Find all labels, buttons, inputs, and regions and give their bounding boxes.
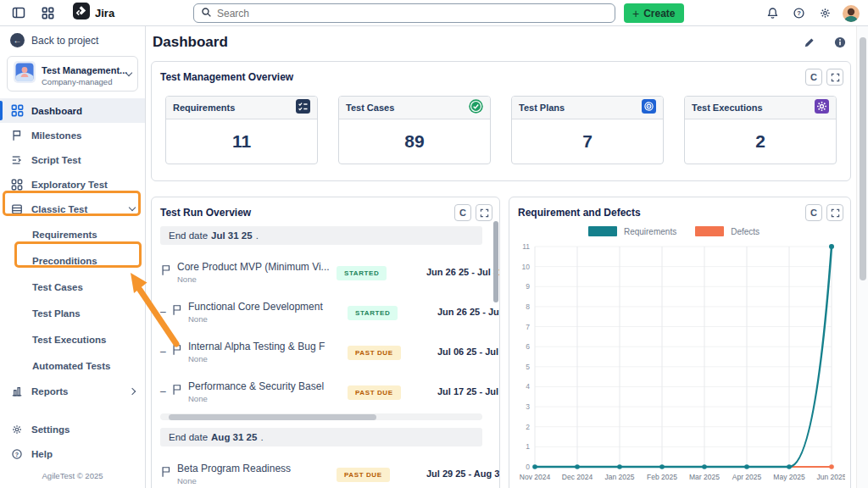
run-name: Beta Program Readiness	[177, 463, 337, 474]
sidebar-item-test-executions[interactable]: Test Executions	[0, 326, 145, 352]
user-avatar[interactable]	[841, 3, 861, 24]
back-to-project-link[interactable]: ← Back to project	[0, 26, 145, 53]
stat-card-test-plans[interactable]: Test Plans 7	[511, 96, 664, 164]
search-icon	[201, 6, 212, 21]
svg-text:6: 6	[526, 342, 530, 351]
sidebar-item-script-test[interactable]: Script Test	[0, 147, 145, 172]
group-header: End date Aug 31 25.	[160, 428, 482, 446]
stat-value: 89	[404, 131, 424, 152]
sidebar-item-dashboard[interactable]: Dashboard	[0, 98, 145, 123]
sidebar-nav: Dashboard Milestones Script Test	[0, 98, 145, 480]
dashboard-grid-icon	[10, 104, 24, 118]
list-vertical-scrollbar[interactable]	[493, 221, 498, 302]
collapse-dash-icon[interactable]: –	[160, 346, 171, 358]
svg-text:5: 5	[526, 363, 530, 371]
list-horizontal-scrollbar[interactable]	[160, 413, 482, 420]
test-run-row[interactable]: Core Product MVP (Minimum Vi... None STA…	[160, 252, 491, 291]
info-icon[interactable]	[834, 36, 846, 52]
test-run-row[interactable]: – Performance & Security Basel None PAST…	[160, 372, 491, 411]
run-name: Internal Alpha Testing & Bug F	[188, 341, 348, 352]
flag-icon	[10, 129, 24, 142]
expand-icon[interactable]	[476, 204, 492, 221]
edit-pencil-icon[interactable]	[804, 36, 815, 52]
test-run-row[interactable]: Beta Program Readiness None PAST DUE Jul…	[160, 454, 491, 488]
legend-swatch-defects	[695, 226, 724, 236]
svg-text:10: 10	[522, 263, 531, 271]
app-switcher-icon[interactable]	[37, 3, 58, 23]
test-management-overview-panel: Test Management Overview C Requirements …	[151, 61, 851, 181]
svg-text:Nov 2024: Nov 2024	[520, 473, 551, 481]
run-name: Core Product MVP (Minimum Vi...	[177, 261, 337, 273]
collapse-dash-icon[interactable]: –	[160, 306, 171, 318]
project-selector[interactable]: Test Management... Company-managed	[7, 56, 138, 92]
project-avatar	[14, 61, 36, 86]
run-meta: None	[188, 314, 348, 324]
app-window: Jira + Create ?	[0, 0, 868, 488]
search-bar[interactable]	[193, 3, 615, 23]
refresh-icon[interactable]: C	[805, 69, 822, 86]
run-name: Functional Core Development	[188, 301, 348, 313]
sidebar-item-requirements[interactable]: Requirements	[0, 221, 145, 247]
chevron-right-icon	[129, 387, 136, 394]
flag-icon	[171, 344, 188, 359]
svg-text:Mar 2025: Mar 2025	[689, 473, 720, 481]
test-run-row[interactable]: – Internal Alpha Testing & Bug F None PA…	[160, 332, 491, 371]
sidebar-item-automated-tests[interactable]: Automated Tests	[0, 352, 145, 379]
sidebar-item-reports[interactable]: Reports	[0, 379, 145, 403]
settings-gear-icon[interactable]	[815, 3, 835, 24]
run-dates: Jul 06 25 - Jul 16 2	[437, 347, 500, 357]
svg-text:Jun 2025: Jun 2025	[817, 473, 845, 481]
status-badge: STARTED	[337, 266, 387, 280]
sidebar-toggle-icon[interactable]	[8, 3, 29, 23]
expand-icon[interactable]	[826, 69, 843, 86]
status-badge: PAST DUE	[337, 468, 390, 482]
svg-text:9: 9	[526, 282, 530, 291]
chevron-down-icon	[129, 204, 136, 211]
stat-card-test-executions[interactable]: Test Executions 2	[684, 96, 837, 164]
refresh-icon[interactable]: C	[454, 204, 471, 221]
svg-text:0: 0	[526, 463, 530, 471]
search-input[interactable]	[217, 8, 608, 19]
run-meta: None	[177, 476, 337, 485]
help-circle-icon: ?	[10, 447, 24, 461]
notifications-bell-icon[interactable]	[762, 3, 782, 24]
database-icon	[10, 202, 24, 216]
gear-icon	[10, 423, 24, 436]
main-content: Dashboard Test Management Overview C	[146, 26, 868, 488]
run-dates: Jul 29 25 - Aug 31	[426, 469, 500, 479]
expand-icon[interactable]	[826, 204, 843, 221]
svg-text:?: ?	[15, 451, 19, 457]
svg-text:7: 7	[526, 323, 530, 331]
sidebar-item-test-plans[interactable]: Test Plans	[0, 300, 145, 326]
run-name: Performance & Security Basel	[188, 380, 348, 392]
refresh-icon[interactable]: C	[805, 204, 822, 221]
check-circle-icon	[469, 99, 483, 117]
sidebar-item-preconditions[interactable]: Preconditions	[0, 247, 145, 274]
page-scrollbar[interactable]	[856, 26, 868, 488]
target-icon	[642, 99, 656, 117]
test-run-row[interactable]: – Functional Core Development None START…	[160, 292, 491, 331]
svg-text:?: ?	[797, 9, 801, 17]
sidebar-item-exploratory-test[interactable]: Exploratory Test	[0, 172, 145, 197]
help-icon[interactable]: ?	[788, 3, 809, 24]
stat-label: Requirements	[173, 103, 235, 113]
sidebar-item-classic-test[interactable]: Classic Test	[0, 197, 145, 221]
line-chart: 01234567891011Nov 2024Dec 2024Jan 2025Fe…	[513, 238, 850, 488]
collapse-dash-icon[interactable]: –	[160, 385, 171, 397]
jira-home-link[interactable]: Jira	[73, 3, 114, 23]
status-badge: PAST DUE	[348, 385, 401, 400]
create-button[interactable]: + Create	[624, 3, 684, 23]
stat-value: 7	[582, 131, 593, 152]
top-navigation-bar: Jira + Create ?	[0, 0, 868, 26]
sidebar-item-settings[interactable]: Settings	[0, 417, 145, 441]
run-dates: Jun 26 25 - Jul 05	[437, 307, 500, 317]
sidebar-item-help[interactable]: ? Help	[0, 441, 145, 466]
svg-text:May 2025: May 2025	[773, 473, 805, 481]
bar-chart-icon	[10, 385, 24, 398]
stat-card-requirements[interactable]: Requirements 11	[165, 96, 318, 164]
sidebar-item-test-cases[interactable]: Test Cases	[0, 274, 145, 300]
overview-title: Test Management Overview	[160, 69, 293, 83]
sidebar-item-milestones[interactable]: Milestones	[0, 123, 145, 147]
stat-card-test-cases[interactable]: Test Cases 89	[338, 96, 491, 164]
stat-label: Test Plans	[519, 103, 565, 113]
